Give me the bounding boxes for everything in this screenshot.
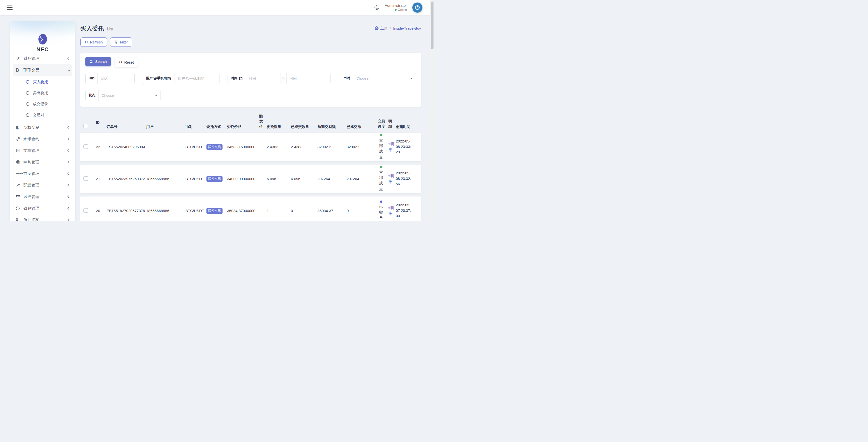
status-dot — [380, 134, 382, 136]
sidebar-item-options-trade[interactable]: ฿ 期权交易 — [13, 122, 72, 133]
reset-button[interactable]: ↺ Reset — [115, 58, 137, 67]
refresh-button[interactable]: ↻ Refresh — [81, 37, 107, 47]
sidebar-item-label: 期权交易 — [23, 125, 68, 130]
sidebar-item-config[interactable]: 配置管理 — [13, 179, 72, 191]
scrollbar-thumb[interactable] — [431, 1, 434, 49]
wrench-icon — [16, 57, 23, 61]
header-id[interactable]: ID↑ — [96, 121, 105, 129]
chevron-left-icon — [67, 195, 70, 198]
sidebar-item-finance[interactable]: 财务管理 — [13, 53, 72, 64]
breadcrumb-home-link[interactable]: 主页 — [374, 26, 388, 31]
newspaper-icon — [16, 148, 23, 153]
sidebar-subitem-label: 买入委托 — [33, 80, 48, 84]
chevron-down-icon — [67, 68, 70, 71]
user-input[interactable] — [175, 73, 219, 84]
pair-label: 币对 — [340, 73, 353, 84]
row-checkbox[interactable] — [83, 176, 88, 181]
chevron-left-icon — [67, 138, 70, 140]
currency-b-icon: B — [16, 67, 23, 73]
hamburger-menu-icon[interactable] — [7, 4, 12, 11]
search-icon — [89, 60, 93, 64]
cell-expected: 207264 — [317, 177, 345, 181]
header-filled-amount: 已成交额 — [347, 124, 376, 129]
detail-link[interactable]: »明细 — [388, 141, 393, 152]
caret-down-icon: ▼ — [410, 77, 413, 80]
table-row: 21 EB1652023976250372 18666669986 BTC/US… — [81, 165, 421, 193]
sort-asc-icon: ↑ — [96, 125, 105, 129]
sidebar-subitem-sell-orders[interactable]: 卖出委托 — [13, 87, 72, 98]
header-expected: 预期交易额 — [317, 124, 345, 129]
row-checkbox[interactable] — [83, 144, 88, 149]
status-label: 已撤单 — [379, 204, 383, 221]
refresh-button-label: Refresh — [90, 40, 103, 44]
dark-mode-toggle[interactable] — [374, 5, 379, 10]
cell-filled-amount: 82902.2 — [347, 145, 376, 149]
page-title: 买入委托 — [81, 25, 104, 32]
sidebar-menu: 财务管理 B 币币交易 买入委托 卖出委托 成交记录 交易对 — [10, 54, 75, 221]
header-qty: 委托数量 — [267, 124, 289, 129]
breadcrumb-home-label: 主页 — [380, 26, 388, 31]
header-detail: 明细 — [388, 119, 394, 129]
time-to-input[interactable] — [286, 73, 321, 84]
header-filled-qty: 已成交数量 — [291, 124, 316, 129]
cell-pair: BTC/USDT — [185, 145, 205, 149]
sidebar-item-label: 申购管理 — [23, 159, 68, 165]
sidebar-item-label: 风控管理 — [23, 194, 68, 200]
sidebar-item-articles[interactable]: 文章管理 — [13, 145, 72, 156]
row-checkbox[interactable] — [83, 208, 88, 213]
cell-order-no: EB1652023976250372 — [106, 177, 145, 181]
breadcrumb-current[interactable]: Inside-Trade-Buy — [393, 26, 421, 30]
sidebar-subitem-trading-pairs[interactable]: 交易对 — [13, 110, 72, 121]
sidebar-item-label: 币币交易 — [23, 67, 68, 73]
yen-icon: ¥ — [16, 217, 23, 221]
user-info[interactable]: Administrator Online — [385, 3, 407, 12]
select-all-checkbox[interactable] — [83, 124, 88, 128]
breadcrumb: 主页 / Inside-Trade-Buy — [374, 26, 421, 31]
cell-qty: 6.096 — [267, 177, 289, 181]
sidebar-item-spot-trade[interactable]: B 币币交易 — [13, 64, 72, 76]
header-order-no: 订单号 — [106, 124, 145, 129]
bullet-circle-icon — [26, 113, 29, 117]
sidebar-item-homepage[interactable]: 首页管理 — [13, 168, 72, 179]
cell-id: 20 — [96, 209, 105, 213]
bitcoin-icon: ฿ — [16, 125, 23, 130]
spot-trade-submenu: 买入委托 卖出委托 成交记录 交易对 — [13, 76, 72, 122]
header-progress: 交易进度 — [378, 119, 387, 129]
time-from-input[interactable] — [246, 73, 281, 84]
calendar-icon — [239, 77, 243, 80]
user-avatar[interactable] — [412, 2, 423, 12]
header-mode: 委托方式 — [207, 124, 225, 129]
sidebar-item-label: 财务管理 — [23, 56, 68, 61]
refresh-icon: ↻ — [85, 40, 88, 44]
sidebar-subitem-buy-orders[interactable]: 买入委托 — [13, 77, 72, 87]
cell-qty: 1 — [267, 209, 289, 213]
sidebar-item-perpetual[interactable]: 永续合约 — [13, 133, 72, 145]
sidebar-subitem-trade-records[interactable]: 成交记录 — [13, 98, 72, 110]
table-header: ID↑ 订单号 用户 币对 委托方式 委托价格 触发价 委托数量 已成交数量 预… — [81, 113, 421, 133]
detail-link[interactable]: »明细 — [388, 173, 393, 184]
sidebar-item-risk-control[interactable]: 风控管理 — [13, 191, 72, 203]
status-dot — [380, 166, 382, 168]
chevron-left-icon — [67, 218, 70, 221]
sidebar-subitem-label: 成交记录 — [33, 102, 48, 107]
reset-icon: ↺ — [119, 60, 122, 64]
uid-input[interactable] — [98, 73, 133, 84]
search-button[interactable]: Search — [85, 57, 111, 66]
header-price: 委托价格 — [227, 124, 258, 129]
pair-select[interactable]: Choose ▼ — [353, 73, 416, 84]
pair-select-value: Choose — [356, 77, 368, 80]
breadcrumb-current-label: Inside-Trade-Buy — [393, 26, 421, 30]
cell-order-no: EB1651927020577379 — [106, 209, 145, 213]
sidebar-item-wallet[interactable]: 钱包管理 — [13, 203, 72, 214]
cell-user: 18666669986 — [146, 209, 184, 213]
filter-button[interactable]: Filter — [110, 37, 132, 47]
sidebar-item-label: 永续合约 — [23, 137, 68, 142]
topbar: Administrator Online — [0, 0, 434, 15]
sidebar-item-staking[interactable]: ¥ 质押挖矿 — [13, 214, 72, 221]
cell-filled-amount: 207264 — [347, 177, 376, 181]
detail-link[interactable]: »明细 — [388, 205, 393, 216]
cell-created: 2022-05-08 23:33:29 — [396, 139, 415, 155]
funnel-icon — [114, 40, 118, 44]
sidebar-item-subscription[interactable]: 申购管理 — [13, 156, 72, 168]
status-select[interactable]: Choose ▼ — [99, 90, 160, 101]
